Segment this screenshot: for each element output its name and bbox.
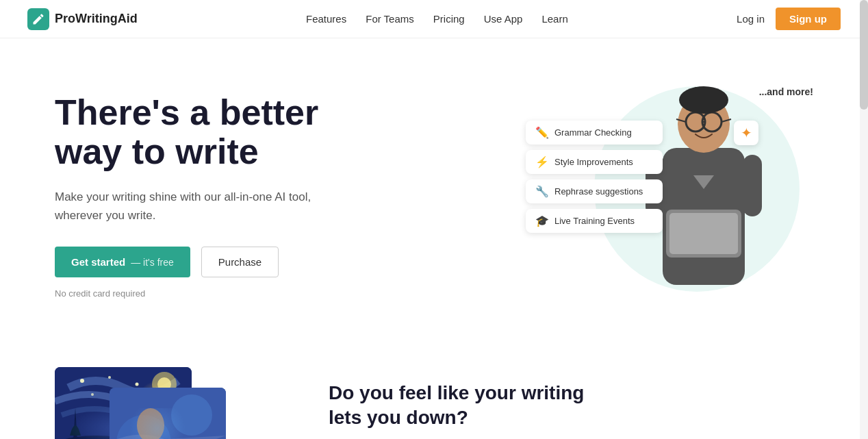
svg-point-18	[91, 393, 94, 396]
style-label: Style Improvements	[554, 157, 633, 167]
nav-use-app[interactable]: Use App	[484, 13, 523, 25]
svg-point-22	[171, 394, 212, 436]
second-section-left: My idea in my head	[55, 367, 288, 439]
nav-pricing[interactable]: Pricing	[433, 13, 465, 25]
feature-card-grammar: ✏️ Grammar Checking	[526, 121, 663, 145]
free-label: — it's free	[131, 257, 174, 268]
feature-card-training: 🎓 Live Training Events	[526, 209, 663, 233]
hero-left: There's a better way to write Make your …	[55, 93, 329, 299]
feature-card-rephrase: 🔧 Rephrase suggestions	[526, 179, 663, 203]
feature-card-style: ⚡ Style Improvements	[526, 150, 663, 174]
second-section-right: Do you feel like your writing lets you d…	[329, 367, 813, 439]
svg-point-16	[108, 376, 111, 379]
svg-point-7	[679, 86, 728, 114]
login-button[interactable]: Log in	[737, 13, 765, 25]
hero-title: There's a better way to write	[55, 93, 329, 171]
grammar-label: Grammar Checking	[554, 127, 632, 138]
plus-icon: ✦	[734, 121, 758, 145]
no-credit-text: No credit card required	[55, 288, 329, 299]
scrollbar-thumb[interactable]	[860, 0, 868, 110]
rephrase-icon: 🔧	[535, 185, 549, 198]
logo[interactable]: ProWritingAid	[27, 8, 138, 30]
nav-actions: Log in Sign up	[737, 8, 841, 30]
svg-rect-11	[743, 155, 762, 216]
training-label: Live Training Events	[554, 216, 635, 226]
rephrase-label: Rephrase suggestions	[554, 186, 643, 197]
nav-learn[interactable]: Learn	[541, 13, 567, 25]
painting-blue	[110, 388, 226, 439]
feature-cards: ✏️ Grammar Checking ⚡ Style Improvements…	[526, 121, 663, 233]
scrollbar-track[interactable]	[860, 0, 868, 439]
get-started-button[interactable]: Get started — it's free	[55, 247, 190, 277]
svg-point-24	[137, 408, 164, 439]
hero-subtitle: Make your writing shine with our all-in-…	[55, 188, 329, 225]
hero-section: There's a better way to write Make your …	[0, 38, 868, 340]
header: ProWritingAid Features For Teams Pricing…	[0, 0, 868, 38]
hero-buttons: Get started — it's free Purchase	[55, 247, 329, 277]
svg-point-23	[116, 415, 171, 439]
training-icon: 🎓	[535, 214, 549, 227]
signup-button[interactable]: Sign up	[776, 8, 841, 30]
more-bubble: ...and more!	[759, 86, 813, 97]
nav-features[interactable]: Features	[306, 13, 346, 25]
style-icon: ⚡	[535, 155, 549, 168]
hero-illustration: ...and more! ✦	[526, 79, 813, 312]
grammar-icon: ✏️	[535, 126, 549, 139]
nav-for-teams[interactable]: For Teams	[366, 13, 414, 25]
svg-point-17	[136, 383, 139, 386]
second-title: Do you feel like your writing lets you d…	[329, 381, 602, 431]
svg-point-15	[80, 379, 84, 383]
logo-icon	[27, 8, 49, 30]
logo-text: ProWritingAid	[55, 12, 138, 26]
main-nav: Features For Teams Pricing Use App Learn	[306, 13, 568, 25]
second-section: My idea in my head Do you feel like your…	[0, 340, 868, 439]
purchase-button[interactable]: Purchase	[201, 247, 279, 277]
svg-rect-9	[669, 213, 738, 254]
